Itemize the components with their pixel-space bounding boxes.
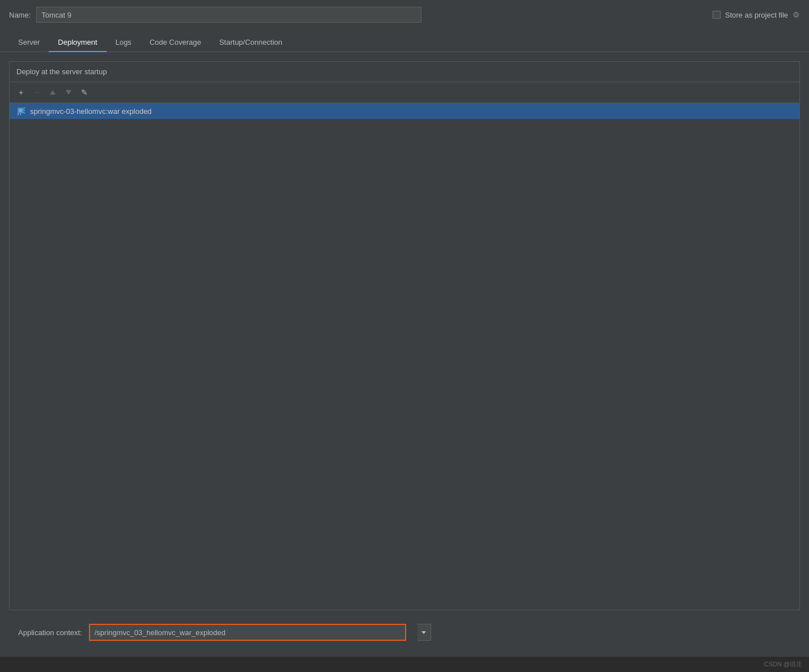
edit-button[interactable]: ✎ [78,86,91,99]
move-up-button[interactable] [46,86,59,99]
name-label: Name: [9,11,31,19]
dropdown-arrow-icon [421,631,426,634]
store-project-area: Store as project file ⚙ [713,10,800,19]
deploy-item[interactable]: springmvc-03-hellomvc:war exploded [10,103,799,119]
remove-button[interactable]: − [30,86,44,99]
tab-code-coverage[interactable]: Code Coverage [140,33,210,52]
svg-line-5 [23,112,25,113]
tab-logs[interactable]: Logs [107,33,140,52]
deploy-list: springmvc-03-hellomvc:war exploded [10,103,799,610]
header-row: Name: Store as project file ⚙ [0,0,809,29]
watermark-text: CSDN @珙庄 [764,660,802,669]
application-context-row: Application context: [9,617,800,648]
application-context-dropdown-btn[interactable] [418,624,431,641]
svg-line-7 [18,113,19,115]
deploy-toolbar: + − ✎ [10,82,799,103]
svg-marker-0 [50,90,56,95]
svg-line-3 [23,108,25,109]
svg-rect-8 [19,109,22,112]
main-content: Deploy at the server startup + − ✎ [0,52,809,657]
tabs-row: Server Deployment Logs Code Coverage Sta… [0,29,809,52]
deploy-item-text: springmvc-03-hellomvc:war exploded [30,107,152,116]
move-down-button[interactable] [62,86,75,99]
store-project-label: Store as project file [725,11,788,19]
application-context-label: Application context: [18,628,82,637]
deploy-section: Deploy at the server startup + − ✎ [9,61,800,610]
war-exploded-icon [16,107,25,116]
tab-deployment[interactable]: Deployment [49,33,106,52]
chevron-up-icon [50,90,56,95]
name-input[interactable] [36,7,421,23]
tab-server[interactable]: Server [9,33,49,52]
application-context-field-wrapper [89,624,406,641]
store-project-checkbox[interactable] [713,11,721,19]
tab-startup-connection[interactable]: Startup/Connection [210,33,291,52]
deploy-section-title: Deploy at the server startup [10,62,799,82]
svg-marker-1 [66,90,71,95]
application-context-input[interactable] [90,628,405,637]
add-button[interactable]: + [14,86,28,99]
chevron-down-icon [66,90,71,95]
gear-icon[interactable]: ⚙ [793,10,800,19]
svg-marker-9 [421,631,426,634]
footer: CSDN @珙庄 [0,657,809,672]
